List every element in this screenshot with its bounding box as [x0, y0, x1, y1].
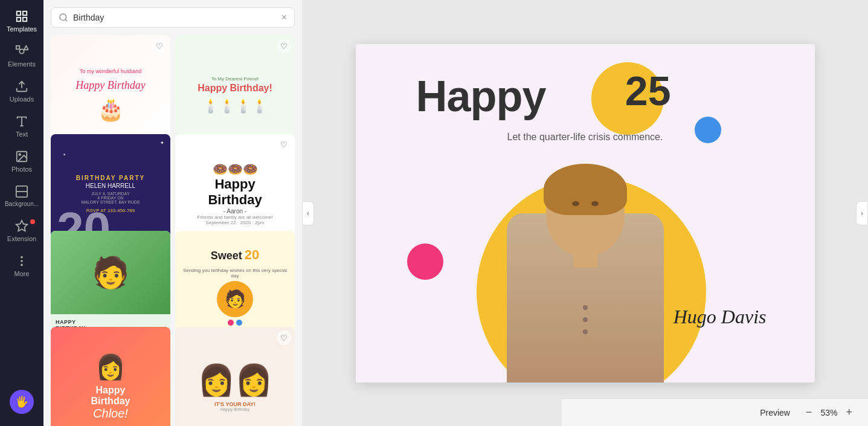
- expand-panel-button[interactable]: ›: [856, 201, 868, 225]
- svg-point-16: [60, 14, 66, 21]
- canvas-happy-text: Happy: [416, 71, 546, 121]
- card6-sweet: Sweet: [211, 250, 242, 262]
- design-canvas[interactable]: Happy 25 Let the quarter-life crisis com…: [356, 44, 815, 382]
- zoom-level: 53%: [820, 408, 837, 418]
- bottom-bar: Preview − 53% +: [562, 398, 868, 426]
- upload-icon: [15, 80, 28, 93]
- sidebar-item-extension[interactable]: Extension: [2, 215, 41, 247]
- sidebar-item-more[interactable]: More: [2, 250, 41, 282]
- card7-name: Chloe!: [93, 407, 128, 421]
- sidebar-item-templates[interactable]: Templates: [2, 5, 41, 37]
- card3-details: JULY 4, SATURDAY4 FRIDAY ONMALORY STREET…: [81, 192, 140, 204]
- card1-subtitle: To my wonderful husband: [80, 68, 142, 74]
- sidebar-label-extension: Extension: [7, 235, 36, 242]
- svg-marker-6: [24, 46, 28, 50]
- collapse-panel-button[interactable]: ‹: [302, 201, 314, 225]
- template-panel: × ♡ To my wonderful husband Happy Birthd…: [43, 0, 302, 426]
- svg-point-11: [19, 153, 21, 155]
- heart-icon-4[interactable]: ♡: [277, 138, 291, 152]
- sidebar-label-photos: Photos: [11, 166, 32, 173]
- card4-title: HappyBirthday: [208, 176, 262, 208]
- search-icon: [59, 13, 68, 22]
- card8-text: IT'S YOUR DAY!: [214, 401, 256, 407]
- card4-subtitle: Friends and family are all welcome!Septe…: [197, 215, 272, 225]
- sidebar: Templates Elements Uploads Text Photos: [0, 0, 43, 426]
- card4-name: - Aaron -: [223, 208, 246, 215]
- card3-name: HELEN HARRELL: [86, 182, 135, 189]
- card2-friend: To My Dearest Friend!: [211, 76, 259, 82]
- svg-rect-2: [17, 18, 21, 21]
- shapes-icon: [15, 45, 28, 58]
- template-card-3[interactable]: BIRTHDAY PARTY HELEN HARRELL JULY 4, SAT…: [51, 134, 170, 254]
- heart-icon-2[interactable]: ♡: [277, 39, 291, 53]
- blue-circle: [695, 117, 721, 143]
- sidebar-item-background[interactable]: Backgroun...: [2, 180, 41, 212]
- search-clear-button[interactable]: ×: [281, 13, 287, 22]
- cake-icon-1: 🎂: [97, 97, 124, 122]
- sidebar-label-more: More: [14, 270, 29, 277]
- heart-icon-8[interactable]: ♡: [277, 331, 291, 345]
- svg-line-17: [65, 19, 67, 21]
- sidebar-label-uploads: Uploads: [10, 95, 34, 103]
- template-card-7[interactable]: 👩 HappyBirthday Chloe!: [51, 327, 170, 426]
- candles-row: 🕯️🕯️🕯️🕯️: [202, 98, 268, 114]
- sidebar-label-text: Text: [16, 131, 28, 138]
- template-card-8[interactable]: ♡ 👩👩 IT'S YOUR DAY! Happy Birthday: [175, 327, 295, 426]
- sidebar-item-elements[interactable]: Elements: [2, 40, 41, 73]
- heart-icon-1[interactable]: ♡: [152, 39, 167, 53]
- zoom-out-button[interactable]: −: [802, 405, 816, 420]
- sidebar-item-photos[interactable]: Photos: [2, 145, 41, 178]
- card6-twenty: 20: [245, 247, 259, 263]
- search-input[interactable]: [73, 13, 277, 22]
- text-icon: [15, 115, 28, 128]
- search-bar: ×: [51, 7, 295, 28]
- canvas-name: Hugo Davis: [674, 306, 767, 328]
- blue-dot-6: [236, 320, 242, 326]
- sidebar-label-templates: Templates: [7, 25, 37, 33]
- svg-rect-0: [17, 11, 21, 15]
- svg-rect-3: [23, 18, 27, 21]
- svg-point-14: [21, 257, 22, 258]
- cursor-tool-button[interactable]: 🖐️: [10, 390, 34, 414]
- card8-photo: 👩👩: [198, 363, 272, 398]
- sidebar-label-background: Backgroun...: [5, 201, 39, 207]
- photo-icon: [15, 150, 28, 163]
- person-photo: [483, 141, 688, 382]
- zoom-in-button[interactable]: +: [842, 405, 856, 420]
- donuts-row: 🍩🍩🍩: [213, 162, 258, 176]
- zoom-controls: − 53% +: [802, 405, 856, 420]
- extension-badge: [30, 219, 35, 224]
- svg-rect-5: [16, 46, 19, 50]
- sidebar-label-elements: Elements: [8, 60, 36, 68]
- pink-circle: [407, 244, 443, 280]
- more-icon: [15, 254, 28, 268]
- svg-rect-1: [23, 11, 27, 15]
- bg-icon: [15, 185, 28, 198]
- template-grid: ♡ To my wonderful husband Happy Birthday…: [43, 35, 302, 426]
- sidebar-item-uploads[interactable]: Uploads: [2, 75, 41, 108]
- card8-sub: Happy Birthday: [220, 407, 249, 411]
- sidebar-item-text[interactable]: Text: [2, 110, 41, 143]
- card2-title: Happy Birthday!: [198, 83, 272, 94]
- svg-point-13: [21, 260, 22, 262]
- card1-title: Happy Birthday: [76, 79, 145, 92]
- grid-icon: [15, 10, 28, 23]
- pink-dot-6: [228, 320, 234, 326]
- card3-party: BIRTHDAY PARTY: [76, 175, 146, 181]
- preview-button[interactable]: Preview: [755, 405, 795, 420]
- cursor-icon: 🖐️: [15, 395, 28, 408]
- card7-photo: 👩: [95, 353, 126, 381]
- card6-sending: Sending you birthday wishes on this very…: [181, 268, 289, 279]
- canvas-area: ‹ Happy 25 Let the quarter-life crisis c…: [302, 0, 868, 426]
- card6-circle: 🧑: [217, 281, 253, 317]
- card3-phone: RSVP AT 133-456-789: [86, 208, 135, 213]
- extension-icon: [15, 219, 28, 233]
- card7-title: HappyBirthday: [91, 385, 130, 407]
- svg-point-15: [21, 265, 22, 266]
- canvas-number: 25: [625, 67, 671, 114]
